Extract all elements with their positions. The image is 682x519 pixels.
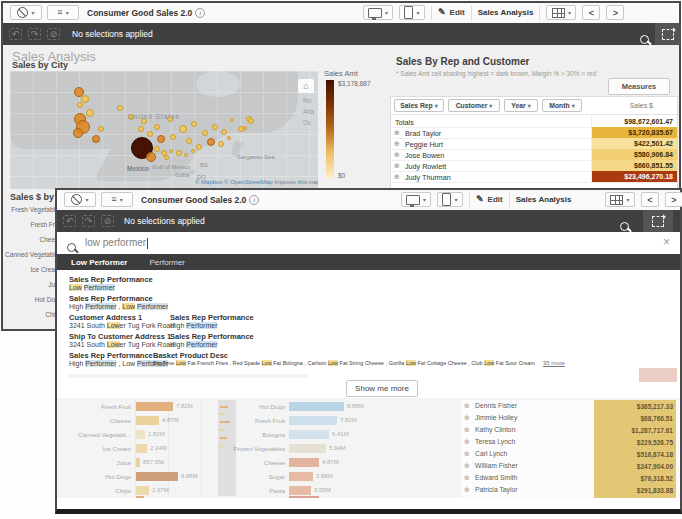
- prev-sheet-button[interactable]: <: [582, 5, 600, 20]
- clear-selections-icon[interactable]: ⊘: [47, 28, 60, 40]
- info-icon[interactable]: i: [249, 195, 259, 205]
- map-bubble[interactable]: [154, 146, 160, 152]
- expand-icon[interactable]: ⊕: [394, 173, 400, 180]
- map-bubble[interactable]: [207, 138, 215, 146]
- map-bubble[interactable]: [191, 121, 197, 127]
- map-bubble[interactable]: [186, 138, 192, 144]
- dimmed-left-chart[interactable]: Fresh Fruit 7.82M Cheese 4.87M Canned Ve…: [57, 398, 217, 498]
- map-bubble[interactable]: [248, 118, 254, 124]
- map-bubble[interactable]: [179, 125, 187, 133]
- map-bubble[interactable]: [227, 136, 231, 140]
- map-bubble[interactable]: [73, 128, 83, 138]
- map-bubble[interactable]: [230, 118, 234, 122]
- map-bubble[interactable]: [157, 135, 165, 143]
- bar[interactable]: [136, 486, 149, 495]
- tab-low-performer[interactable]: Low Performer: [71, 258, 127, 267]
- map-bubble[interactable]: [154, 124, 160, 130]
- map-bubble[interactable]: [243, 126, 247, 130]
- map-bubble[interactable]: [92, 135, 100, 143]
- dim-button-customer[interactable]: Customer ▾: [448, 99, 500, 112]
- close-icon[interactable]: ×: [663, 235, 670, 249]
- result-row-col2[interactable]: Basket Product Desc Big Time Low Fat Fre…: [153, 351, 565, 366]
- search-input[interactable]: low performer: [85, 237, 148, 249]
- bar[interactable]: [136, 458, 140, 467]
- map-bubble[interactable]: [221, 129, 227, 135]
- smart-search-icon[interactable]: [640, 30, 649, 48]
- result-row[interactable]: Sales Rep Performance Low Performer: [69, 275, 153, 291]
- expand-icon[interactable]: ⊕: [464, 438, 470, 445]
- bar[interactable]: [289, 472, 313, 481]
- next-sheet-button[interactable]: >: [606, 5, 624, 20]
- bar[interactable]: [136, 444, 147, 453]
- next-sheet-button[interactable]: >: [665, 192, 682, 207]
- bar[interactable]: [136, 416, 159, 425]
- bar[interactable]: [289, 444, 326, 453]
- map-bubble[interactable]: [86, 109, 94, 117]
- dim-button-month[interactable]: Month ▾: [542, 99, 582, 112]
- result-row[interactable]: Customer Address 1 3241 South Lower Tug …: [69, 313, 174, 329]
- dim-button-year[interactable]: Year ▾: [504, 99, 538, 112]
- expand-icon[interactable]: ⊕: [464, 402, 470, 409]
- tab-performer[interactable]: Performer: [149, 258, 185, 267]
- osm-link[interactable]: © OpenStreetMap: [224, 179, 272, 185]
- map-bubble[interactable]: [164, 155, 169, 160]
- clear-selections-icon[interactable]: ⊘: [101, 215, 114, 227]
- map-bubble[interactable]: [147, 131, 153, 137]
- bar[interactable]: [289, 430, 329, 439]
- map-bubble[interactable]: [212, 124, 218, 130]
- map-bubble[interactable]: [176, 150, 182, 156]
- edit-button[interactable]: ✎ Edit: [438, 8, 465, 17]
- expand-icon[interactable]: ⊕: [464, 462, 470, 469]
- measures-button[interactable]: Measures: [608, 78, 670, 95]
- bar[interactable]: [289, 486, 311, 495]
- map-bubble[interactable]: [169, 149, 173, 153]
- search-bar[interactable]: low performer ×: [57, 232, 680, 254]
- bar[interactable]: [136, 402, 173, 411]
- redo-icon[interactable]: ↷: [82, 215, 95, 227]
- expand-icon[interactable]: ⊕: [464, 486, 470, 493]
- global-menu-button[interactable]: ▾: [64, 192, 96, 207]
- table-row[interactable]: ⊕ Lee Chin $284,070.29: [462, 496, 680, 498]
- result-row-col2[interactable]: Sales Rep Performance High Performer: [170, 313, 254, 329]
- more-results-link[interactable]: 35 more: [543, 360, 565, 366]
- dim-button-sales-rep[interactable]: Sales Rep ▾: [394, 99, 444, 112]
- value-column-header[interactable]: Sales $: [630, 102, 653, 109]
- map-bubble[interactable]: [117, 105, 123, 111]
- result-row[interactable]: Sales Rep Performance High Performer , L…: [69, 294, 168, 310]
- global-menu-button[interactable]: ▾: [10, 5, 42, 20]
- expand-icon[interactable]: ⊕: [464, 474, 470, 481]
- map-bubble[interactable]: [218, 141, 224, 147]
- selections-tool-button[interactable]: [643, 210, 673, 232]
- edit-button[interactable]: ✎ Edit: [476, 195, 503, 204]
- map-bubble[interactable]: [146, 152, 156, 162]
- map-bubble[interactable]: [170, 134, 176, 140]
- bar[interactable]: [289, 402, 344, 411]
- redo-icon[interactable]: ↷: [28, 28, 41, 40]
- map-bubble[interactable]: [81, 95, 89, 103]
- app-options-button[interactable]: ≡ ▾: [47, 5, 79, 20]
- map-bubble[interactable]: [202, 130, 208, 136]
- display-mode-button[interactable]: ▾: [401, 192, 431, 207]
- bar[interactable]: [289, 416, 337, 425]
- expand-icon[interactable]: ⊕: [464, 426, 470, 433]
- table-row[interactable]: ⊕ Judy Thurman $23,496,270.18: [391, 171, 677, 183]
- map-bubble[interactable]: [196, 144, 202, 150]
- sheet-selector-button[interactable]: ▾: [605, 192, 635, 207]
- sales-by-city-map[interactable]: ⌂ United States Sargasso Sea Mexico Gulf…: [10, 71, 318, 189]
- mapbox-link[interactable]: © Mapbox: [195, 179, 222, 185]
- device-mode-button[interactable]: ▾: [399, 5, 425, 20]
- map-bubble[interactable]: [77, 102, 83, 108]
- device-mode-button[interactable]: ▾: [437, 192, 463, 207]
- undo-icon[interactable]: ↶: [9, 28, 22, 40]
- expand-icon[interactable]: ⊕: [464, 414, 470, 421]
- map-bubble[interactable]: [98, 126, 104, 132]
- expand-icon[interactable]: ⊕: [394, 151, 400, 158]
- map-home-button[interactable]: ⌂: [298, 79, 314, 93]
- map-bubble[interactable]: [191, 149, 195, 153]
- app-options-button[interactable]: ≡ ▾: [101, 192, 133, 207]
- map-bubble[interactable]: [138, 126, 144, 132]
- expand-icon[interactable]: ⊕: [394, 140, 400, 147]
- result-row-col2[interactable]: Sales Rep Performance High Performer: [170, 332, 254, 348]
- dimmed-right-chart[interactable]: Hot Dogs 8.88M Fresh Fruit 7.82M Bologna…: [237, 398, 457, 498]
- sheet-selector-button[interactable]: ▾: [546, 5, 576, 20]
